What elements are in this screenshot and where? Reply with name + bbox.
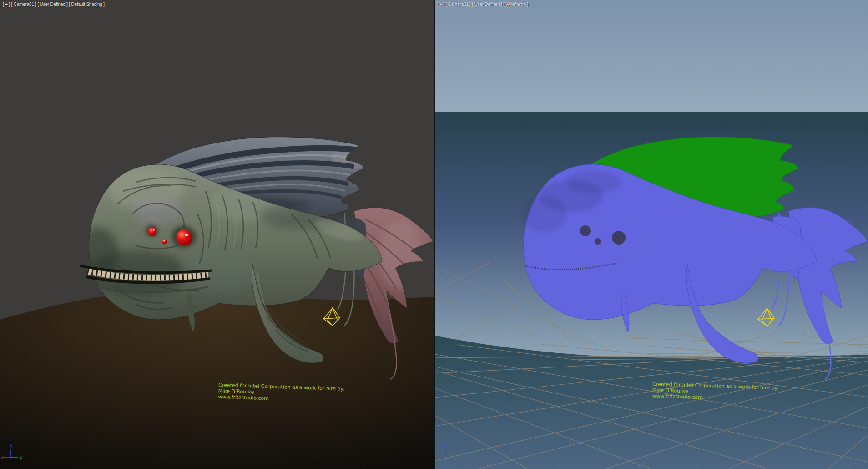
ground-mound[interactable] (0, 293, 434, 469)
viewport-label-wireframe[interactable]: [ + ] [ Camera01 ] [ User Defined ] [ Wi… (437, 2, 528, 7)
max-viewport-area: x y z Created for Intel Corporation as a… (0, 0, 868, 469)
viewport-divider[interactable] (434, 0, 435, 469)
wireframe-sky (435, 0, 868, 113)
viewport-label-shaded[interactable]: [ + ] [ Camera01 ] [ User Defined ] [ De… (3, 2, 105, 7)
scene-canvas: x y z Created for Intel Corporation as a… (0, 0, 868, 469)
viewport-shaded[interactable] (0, 0, 434, 469)
viewport-wireframe[interactable] (434, 0, 868, 469)
